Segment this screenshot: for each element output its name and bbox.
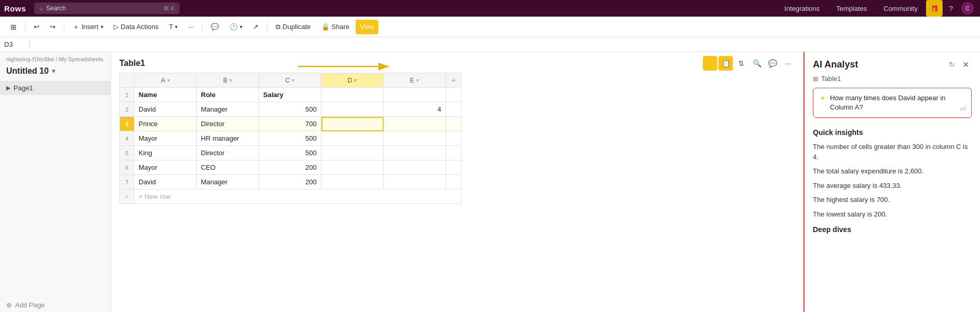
col-header-b[interactable]: B ▾ — [197, 73, 259, 88]
col-c-dropdown-icon[interactable]: ▾ — [292, 77, 294, 83]
cell-a1[interactable]: Name — [134, 88, 197, 102]
more-table-btn[interactable]: ··· — [781, 56, 795, 71]
cell-d1[interactable] — [321, 88, 384, 102]
cell-b1[interactable]: Role — [197, 88, 259, 102]
cell-b4[interactable]: HR manager — [197, 131, 259, 146]
ai-query-box[interactable]: ✦ How many times does David appear in Co… — [813, 88, 972, 118]
more-options-btn[interactable]: ··· — [184, 20, 198, 34]
main-layout: nightwing-f1fec6be / My Spreadsheets Unt… — [0, 52, 980, 312]
cell-c5[interactable]: 500 — [259, 146, 321, 160]
sort-btn[interactable]: ⇅ — [734, 56, 748, 71]
grid-container: A ▾ B ▾ C — [111, 71, 804, 312]
ai-refresh-btn[interactable]: ↻ — [949, 60, 955, 69]
cell-a3[interactable]: Prince — [134, 117, 197, 131]
cell-c7[interactable]: 200 — [259, 175, 321, 189]
undo-btn[interactable]: ↩ — [30, 20, 44, 34]
search-bar[interactable]: ⌕ Search ⌘ K — [34, 3, 180, 14]
view-btn[interactable]: View — [356, 20, 378, 34]
col-header-e[interactable]: E ▾ — [384, 73, 446, 88]
duplicate-btn[interactable]: ⧉ Duplicate — [271, 20, 315, 34]
cell-c6[interactable]: 200 — [259, 160, 321, 175]
search-table-btn[interactable]: 🔍 — [750, 56, 764, 71]
cell-a2[interactable]: David — [134, 102, 197, 117]
cell-a4[interactable]: Mayor — [134, 131, 197, 146]
gift-icon-btn[interactable]: 🎁 — [926, 0, 943, 17]
nav-community[interactable]: Community — [875, 0, 926, 17]
data-actions-btn[interactable]: ▷ Data Actions — [110, 20, 163, 34]
cell-e7[interactable] — [384, 175, 446, 189]
insert-label: Insert — [81, 23, 99, 31]
col-d-dropdown-icon[interactable]: ▾ — [354, 77, 357, 83]
cell-e4[interactable] — [384, 131, 446, 146]
cell-d4[interactable] — [321, 131, 384, 146]
doc-title[interactable]: Untitled 10 ▾ — [0, 64, 111, 81]
table-title-row: Table1 ✦ 📋 ⇅ 🔍 💬 ··· — [111, 52, 804, 71]
search-icon: ⌕ — [39, 5, 43, 11]
nav-integrations[interactable]: Integrations — [776, 0, 828, 17]
text-format-btn[interactable]: T ▾ — [165, 20, 182, 34]
col-header-c[interactable]: C ▾ — [259, 73, 321, 88]
cell-a6[interactable]: Mayor — [134, 160, 197, 175]
comment-btn[interactable]: 💬 — [207, 20, 223, 34]
ai-table-ref: ⊞ Table1 — [805, 73, 980, 88]
note-btn[interactable]: 📋 — [718, 56, 733, 71]
ai-query-enter-icon[interactable]: ⏎ — [960, 105, 966, 113]
table-row: 2 David Manager 500 4 — [120, 102, 461, 117]
cell-e2[interactable]: 4 — [384, 102, 446, 117]
cell-d6[interactable] — [321, 160, 384, 175]
share-btn[interactable]: 🔒 Share — [317, 20, 354, 34]
redo-icon: ↪ — [50, 23, 56, 31]
user-avatar[interactable]: C — [961, 2, 974, 15]
ai-star-icon: ✦ — [820, 94, 826, 102]
cell-d2[interactable] — [321, 102, 384, 117]
new-row-label: + New row — [139, 193, 171, 200]
cell-extra3 — [446, 117, 461, 131]
cell-c4[interactable]: 500 — [259, 131, 321, 146]
add-row-btn[interactable]: + New row — [134, 189, 461, 204]
cell-c1[interactable]: Salary — [259, 88, 321, 102]
cell-e1[interactable] — [384, 88, 446, 102]
ai-close-btn[interactable]: ✕ — [959, 58, 972, 71]
sidebar-item-page1[interactable]: ▶ Page1 — [0, 81, 111, 95]
col-e-dropdown-icon[interactable]: ▾ — [416, 77, 419, 83]
redo-btn[interactable]: ↪ — [46, 20, 60, 34]
nav-templates[interactable]: Templates — [828, 0, 875, 17]
cell-c2[interactable]: 500 — [259, 102, 321, 117]
comment-table-btn[interactable]: 💬 — [765, 56, 780, 71]
cell-e5[interactable] — [384, 146, 446, 160]
comment-icon: 💬 — [211, 23, 219, 31]
ai-analyze-btn[interactable]: ✦ — [703, 56, 717, 71]
cell-b3[interactable]: Director — [197, 117, 259, 131]
add-page-btn[interactable]: ⊕ Add Page — [0, 298, 111, 312]
toolbar-separator-2 — [64, 22, 64, 32]
sidebar-toggle-btn[interactable]: ⊞ — [6, 20, 21, 34]
spreadsheet-area: Table1 ✦ 📋 ⇅ 🔍 💬 ··· — [111, 52, 804, 312]
view-label: View — [360, 23, 374, 31]
cell-e6[interactable] — [384, 160, 446, 175]
cell-a7[interactable]: David — [134, 175, 197, 189]
cell-d5[interactable] — [321, 146, 384, 160]
cell-d7[interactable] — [321, 175, 384, 189]
insert-btn[interactable]: ＋ Insert ▾ — [69, 20, 107, 34]
search-shortcut: ⌘ K — [164, 5, 174, 12]
duplicate-icon: ⧉ — [276, 23, 280, 31]
cell-c3[interactable]: 700 — [259, 117, 321, 131]
share-icon: 🔒 — [321, 23, 330, 31]
cell-b7[interactable]: Manager — [197, 175, 259, 189]
add-col-btn[interactable]: ＋ — [446, 73, 461, 88]
chart-btn[interactable]: ↗ — [249, 20, 263, 34]
col-header-a[interactable]: A ▾ — [134, 73, 197, 88]
cell-a5[interactable]: King — [134, 146, 197, 160]
cell-d3[interactable] — [321, 117, 384, 131]
col-header-d[interactable]: D ▾ — [321, 73, 384, 88]
cell-b5[interactable]: Director — [197, 146, 259, 160]
cell-b6[interactable]: CEO — [197, 160, 259, 175]
cell-e3[interactable] — [384, 117, 446, 131]
help-icon-btn[interactable]: ? — [943, 0, 959, 17]
cell-b2[interactable]: Manager — [197, 102, 259, 117]
history-btn[interactable]: 🕐 ▾ — [225, 20, 247, 34]
account-path: nightwing-f1fec6be / My Spreadsheets — [0, 52, 111, 64]
col-b-dropdown-icon[interactable]: ▾ — [229, 77, 232, 83]
col-a-dropdown-icon[interactable]: ▾ — [167, 77, 170, 83]
ai-query-content: ✦ How many times does David appear in Co… — [820, 93, 965, 112]
